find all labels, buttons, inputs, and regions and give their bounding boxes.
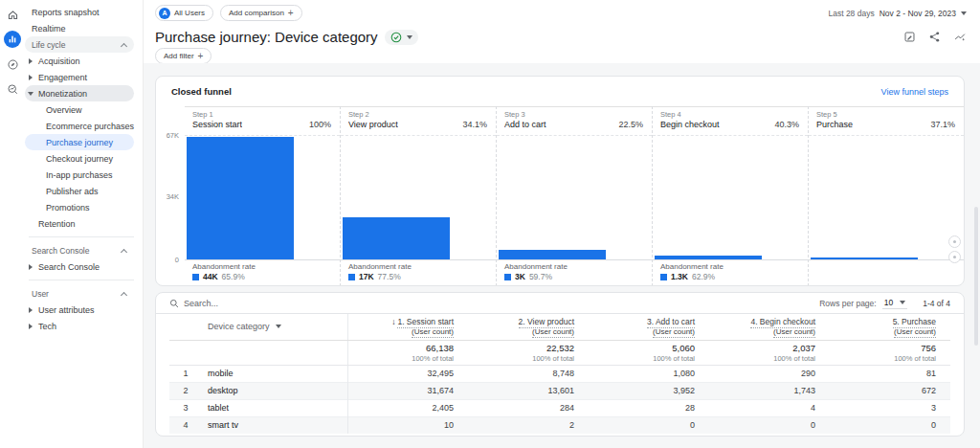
sidebar-item-checkout-journey[interactable]: Checkout journey [25,150,134,167]
legend-square-icon [348,274,355,280]
y-axis-tick-label: 34K [167,192,179,201]
table-header-3-add-to-cart[interactable]: 3. Add to cart(User count) [589,314,709,340]
funnel-control-button[interactable] [948,251,961,263]
all-users-label: All Users [174,9,205,17]
table-header-4-begin-checkout[interactable]: 4. Begin checkout(User count) [709,314,830,340]
all-users-chip[interactable]: A All Users [155,5,213,21]
sidebar-item-acquisition[interactable]: Acquisition [25,53,134,69]
sidebar-item-publisher-ads[interactable]: Publisher ads [25,183,134,199]
rows-per-page-select[interactable]: 10 [882,298,907,309]
share-icon[interactable] [928,31,941,43]
sidebar-item-realtime[interactable]: Realtime [25,20,134,36]
explore-icon[interactable] [4,56,21,73]
funnel-step-name: Purchase [816,120,853,129]
detail-table-card: Rows per page: 10 1-4 of 4 Device catego… [155,292,965,437]
reports-icon[interactable] [4,31,21,48]
comparison-bar: A All Users Add comparison + Last 28 day… [144,0,980,26]
sidebar-item-label: Retention [38,219,76,229]
funnel-step-header: Step 2View product34.1% [341,106,496,135]
sidebar-item-label: Overview [46,105,82,115]
funnel-step-header: Step 5Purchase37.1% [809,106,964,135]
sidebar-divider [29,280,134,280]
table-header-index [169,314,202,340]
sidebar-item-life-cycle[interactable]: Life cycle [25,36,134,53]
funnel-step-3: Step 3Add to cart22.5%Abandonment rate3K… [496,106,652,286]
table-row-tablet[interactable]: 3tablet2,4052842843 [169,399,950,416]
funnel-card-title: Closed funnel [171,86,232,97]
sidebar-item-search-console[interactable]: Search Console [25,258,134,275]
funnel-bar-session-start[interactable] [187,137,294,259]
funnel-control-button[interactable] [948,235,961,248]
sidebar-item-engagement[interactable]: Engagement [25,69,134,85]
add-filter-chip[interactable]: Add filter + [155,48,212,64]
chevron-right-icon [29,324,33,329]
sidebar-item-user-attributes[interactable]: User attributes [25,302,134,318]
abandonment-rate-value: 3K59.7% [504,272,644,281]
funnel-abandonment: Abandonment rate3K59.7% [497,259,652,286]
sidebar-item-search-console[interactable]: Search Console [25,242,134,258]
insights-icon[interactable] [953,31,967,43]
funnel-step-number: Step 3 [504,110,643,119]
sidebar-item-tech[interactable]: Tech [25,318,134,334]
sidebar-item-monetization[interactable]: Monetization [25,85,134,101]
funnel-card: Closed funnel View funnel steps 67K34K0 … [155,76,965,286]
row-value: 0 [709,416,830,434]
row-value: 28 [589,399,709,416]
abandonment-rate-value: 17K77.5% [348,272,488,281]
sidebar-item-overview[interactable]: Overview [25,101,134,118]
column-title: 3. Add to cart [647,317,695,328]
sidebar-item-purchase-journey[interactable]: Purchase journey [25,134,134,150]
chevron-down-icon [961,11,967,15]
totals-value: 756 [830,343,936,353]
table-row-smart-tv[interactable]: 4smart tv102000 [169,416,950,434]
vertical-scrollbar[interactable] [974,207,978,346]
abandonment-percent: 62.9% [692,272,715,281]
funnel-controls [948,235,961,263]
legend-square-icon [192,274,199,280]
report-status-badge[interactable] [385,30,418,45]
dimension-selector[interactable]: Device category [202,322,347,331]
abandonment-count: 44K [203,272,218,281]
advertising-icon[interactable] [4,80,21,98]
funnel-bar-view-product[interactable] [343,217,450,259]
chevron-right-icon [29,75,33,80]
table-header-5-purchase[interactable]: 5. Purchase(User count) [830,314,950,340]
funnel-step-1: Step 1Session start100%Abandonment rate4… [185,106,340,286]
abandonment-rate-label: Abandonment rate [660,262,800,271]
row-value: 0 [589,416,709,434]
funnel-bar-purchase[interactable] [811,258,918,259]
table-row-desktop[interactable]: 2desktop31,67413,6013,9521,743672 [169,382,950,399]
view-funnel-steps-link[interactable]: View funnel steps [881,87,948,97]
funnel-bar-add-to-cart[interactable] [499,250,606,259]
sidebar-item-promotions[interactable]: Promotions [25,199,134,215]
sidebar-item-in-app-purchases[interactable]: In-app purchases [25,167,134,183]
totals-value: 5,060 [589,343,695,353]
report-content: Closed funnel View funnel steps 67K34K0 … [144,63,980,448]
funnel-bar-begin-checkout[interactable] [655,256,762,259]
home-icon[interactable] [4,6,21,23]
add-comparison-chip[interactable]: Add comparison + [220,5,302,21]
sidebar-item-ecommerce-purchases[interactable]: Ecommerce purchases [25,118,134,134]
sidebar-item-retention[interactable]: Retention [25,215,134,232]
chevron-down-icon [276,325,281,328]
funnel-abandonment: Abandonment rate44K65.9% [185,259,340,286]
date-range-picker[interactable]: Last 28 days Nov 2 - Nov 29, 2023 [828,9,967,18]
funnel-y-axis: 67K34K0 [156,135,181,259]
table-row-mobile[interactable]: 1mobile32,4958,7481,08029081 [169,365,950,382]
main-area: A All Users Add comparison + Last 28 day… [144,0,980,448]
sidebar-item-label: Search Console [32,246,89,256]
search-input[interactable] [184,299,375,308]
table-header-2-view-product[interactable]: 2. View product(User count) [468,314,589,340]
table-header-1-session-start[interactable]: ↓1. Session start(User count) [347,314,468,340]
chevron-up-icon [121,42,127,49]
funnel-step-percent: 34.1% [462,120,487,129]
row-index: 2 [169,382,202,399]
filter-bar: Add filter + [144,48,980,63]
sidebar-item-label: Search Console [38,262,100,272]
totals-subtext: 100% of total [589,354,695,363]
column-title: 2. View product [519,317,574,328]
sidebar-item-user[interactable]: User [25,285,134,302]
sidebar-item-reports-snapshot[interactable]: Reports snapshot [25,4,134,20]
customize-report-icon[interactable] [903,31,916,43]
abandonment-rate-label: Abandonment rate [504,262,644,271]
